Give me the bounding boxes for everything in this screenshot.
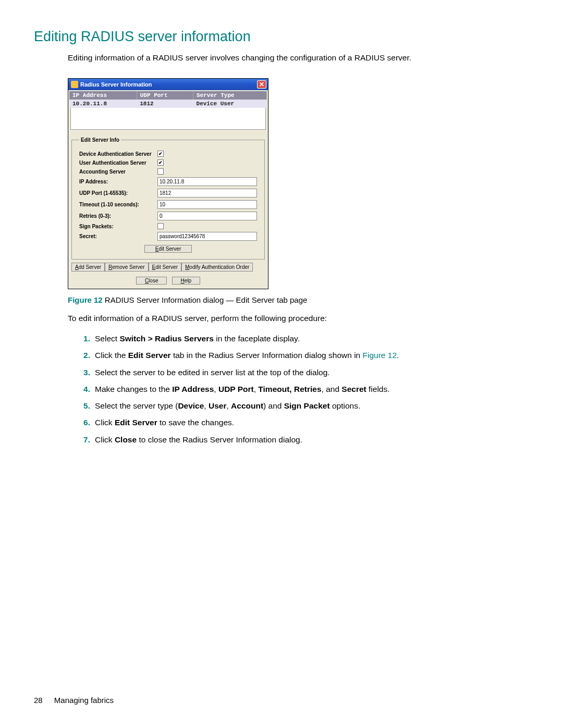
timeout-field[interactable] [157,200,257,209]
cell-ip: 10.20.11.8 [69,100,137,108]
label-ip-address: IP Address: [79,179,157,184]
checkbox-dev-auth[interactable]: ✔ [157,151,164,157]
label-timeout: Timeout (1-10 seconds): [79,202,157,207]
col-udp[interactable]: UDP Port [137,91,193,100]
close-icon[interactable]: ✕ [257,80,266,89]
checkbox-accounting[interactable] [157,168,164,175]
page-footer: 28 Managing fabrics [34,696,114,705]
edit-server-button-inner[interactable]: EEdit Serverdit Server [144,245,192,253]
cell-type: Device User [193,100,267,108]
tab-buttons-row: Add Server Remove Server Edit Server Mod… [71,263,265,272]
procedure-intro: To edit information of a RADIUS server, … [68,313,529,324]
step-5: Select the server type (Device, User, Ac… [83,400,529,412]
label-retries: Retries (0-3): [79,213,157,219]
step-7: Click Close to close the Radius Server I… [83,434,529,446]
step-1: Select Switch > Radius Servers in the fa… [83,332,529,344]
dialog-title: Radius Server Information [80,81,152,88]
col-ip[interactable]: IP Address [69,91,137,100]
label-user-auth: User Authentication Server [79,160,157,166]
edit-server-tab-button[interactable]: Edit Server [149,263,181,272]
step-3: Select the server to be edited in server… [83,366,529,378]
table-row[interactable]: 10.20.11.8 1812 Device User [69,100,267,108]
app-icon [71,81,78,88]
page-number: 28 [34,696,43,705]
figure-12-link[interactable]: Figure 12 [363,351,397,360]
udp-port-field[interactable] [157,189,257,198]
server-list-table: IP Address UDP Port Server Type 10.20.11… [69,91,267,108]
intro-paragraph: Editing information of a RADIUS server i… [68,52,529,64]
label-udp-port: UDP Port (1-65535): [79,190,157,196]
procedure-steps: Select Switch > Radius Servers in the fa… [83,332,529,446]
retries-field[interactable] [157,212,257,220]
checkbox-sign-packets[interactable] [157,223,164,229]
table-empty-area [70,108,266,130]
step-6: Click Edit Server to save the changes. [83,416,529,428]
label-dev-auth: Device Authentication Server [79,151,157,157]
add-server-button[interactable]: Add Server [71,263,105,272]
checkbox-user-auth[interactable]: ✔ [157,159,164,166]
label-secret: Secret: [79,233,157,239]
step-2: Click the Edit Server tab in the Radius … [83,349,529,361]
help-button[interactable]: Help [172,277,201,285]
remove-server-button[interactable]: Remove Server [105,263,148,272]
col-type[interactable]: Server Type [193,91,267,100]
dialog-titlebar: Radius Server Information ✕ [68,79,268,90]
edit-server-info-group: Edit Server Info Device Authentication S… [71,137,265,260]
figure-label: Figure 12 [68,295,103,304]
label-accounting: Accounting Server [79,169,157,175]
step-4: Make changes to the IP Address, UDP Port… [83,383,529,395]
close-button[interactable]: Close [136,277,167,285]
figure-caption: Figure 12 RADIUS Server Information dial… [68,295,529,304]
page-heading: Editing RADIUS server information [34,29,529,45]
radius-dialog: Radius Server Information ✕ IP Address U… [68,78,268,289]
section-name: Managing fabrics [54,696,114,705]
label-sign-packets: Sign Packets: [79,224,157,229]
secret-field[interactable] [157,232,257,241]
cell-port: 1812 [137,100,193,108]
ip-address-field[interactable] [157,177,257,186]
modify-auth-order-button[interactable]: Modify Authentication Order [181,263,253,272]
fieldset-legend: Edit Server Info [79,137,121,143]
